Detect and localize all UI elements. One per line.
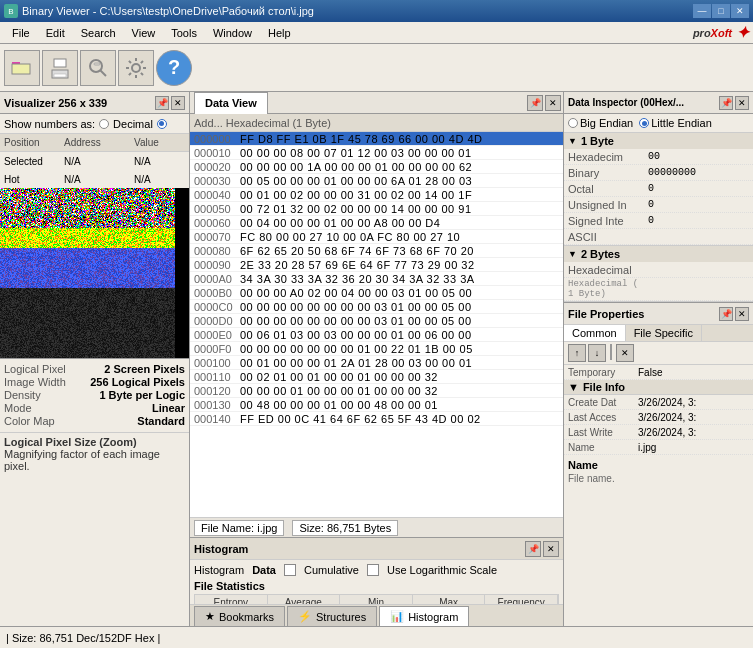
fp-toolbar: ↑ ↓ ✕ xyxy=(564,342,753,365)
temporary-label: Temporary xyxy=(568,367,638,378)
file-props-close-btn[interactable]: ✕ xyxy=(735,307,749,321)
menu-help[interactable]: Help xyxy=(260,25,299,41)
menu-edit[interactable]: Edit xyxy=(38,25,73,41)
big-endian-radio[interactable] xyxy=(568,118,578,128)
hex-data-row[interactable]: 0000F000 00 00 00 00 00 00 01 00 22 01 1… xyxy=(190,342,563,356)
title-bar: B Binary Viewer - C:\Users\testp\OneDriv… xyxy=(0,0,753,22)
ascii-label: ASCII xyxy=(568,231,648,243)
hex-data-row[interactable]: 00011000 02 01 00 01 00 00 01 00 00 00 3… xyxy=(190,370,563,384)
hex-data-row[interactable]: 00003000 05 00 00 00 01 00 00 00 6A 01 2… xyxy=(190,174,563,188)
name-row: Name i.jpg xyxy=(564,440,753,455)
close-button[interactable]: ✕ xyxy=(731,4,749,18)
hex-data-row[interactable]: 00010000 01 00 00 00 01 2A 01 28 00 03 0… xyxy=(190,356,563,370)
hex-data-row[interactable]: 00013000 48 00 00 00 01 00 00 48 00 00 0… xyxy=(190,398,563,412)
hot-label: Hot xyxy=(0,174,60,185)
decimal-radio[interactable] xyxy=(99,119,109,129)
hex-data-row[interactable]: 00012000 00 00 01 00 00 00 01 00 00 00 3… xyxy=(190,384,563,398)
hex-data-row[interactable]: 0000A034 3A 30 33 3A 32 36 20 30 34 3A 3… xyxy=(190,272,563,286)
hex-bytes: 34 3A 30 33 3A 32 36 20 30 34 3A 32 33 3… xyxy=(240,273,563,285)
name-description-section: Name File name. xyxy=(564,455,753,488)
visualizer-close-btn[interactable]: ✕ xyxy=(171,96,185,110)
hex-bytes: 00 06 01 03 00 03 00 00 00 01 00 06 00 0… xyxy=(240,329,563,341)
tab-bookmarks[interactable]: ★ Bookmarks xyxy=(194,606,285,626)
hex-table[interactable]: 000000FF D8 FF E1 0B 1F 45 78 69 66 00 0… xyxy=(190,132,563,517)
center-panel: Data View 📌 ✕ Add... Hexadecimal (1 Byte… xyxy=(190,92,563,626)
octal-value: 0 xyxy=(648,183,749,194)
two-byte-arrow: ▼ xyxy=(568,249,577,259)
menu-window[interactable]: Window xyxy=(205,25,260,41)
inspector-close-btn[interactable]: ✕ xyxy=(735,96,749,110)
hex-addr: 000060 xyxy=(190,217,240,229)
hex-data-row[interactable]: 00006000 04 00 00 00 01 00 00 A8 00 00 D… xyxy=(190,216,563,230)
hex-bytes: 2E 33 20 28 57 69 6E 64 6F 77 73 29 00 3… xyxy=(240,259,563,271)
maximize-button[interactable]: □ xyxy=(712,4,730,18)
menu-view[interactable]: View xyxy=(124,25,164,41)
menu-search[interactable]: Search xyxy=(73,25,124,41)
dv-close-btn[interactable]: ✕ xyxy=(545,95,561,111)
print-button[interactable] xyxy=(42,50,78,86)
two-byte-header[interactable]: ▼ 2 Bytes xyxy=(564,246,753,262)
hex-row-1b: Hexadecim 00 xyxy=(564,149,753,165)
minimize-button[interactable]: — xyxy=(693,4,711,18)
mode-label: Mode xyxy=(4,402,32,414)
write-date-value: 3/26/2024, 3: xyxy=(638,427,749,438)
visualizer-image[interactable] xyxy=(0,188,189,358)
dv-pin-btn[interactable]: 📌 xyxy=(527,95,543,111)
hex-data-row[interactable]: 0000C000 00 00 00 00 00 00 00 03 01 00 0… xyxy=(190,300,563,314)
unsigned-row: Unsigned In 0 xyxy=(564,197,753,213)
hex-data-row[interactable]: 0000D000 00 00 00 00 00 00 00 03 01 00 0… xyxy=(190,314,563,328)
file-props-pin-btn[interactable]: 📌 xyxy=(719,307,733,321)
tab-common[interactable]: Common xyxy=(564,325,626,341)
fp-up-btn[interactable]: ↑ xyxy=(568,344,586,362)
hex2-label: Hexadecimal xyxy=(568,264,648,276)
open-button[interactable] xyxy=(4,50,40,86)
structures-label: Structures xyxy=(316,611,366,623)
hex-data-row[interactable]: 0000E000 06 01 03 00 03 00 00 00 01 00 0… xyxy=(190,328,563,342)
visualizer-header: Visualizer 256 x 339 📌 ✕ xyxy=(0,92,189,114)
binary-row: Binary 00000000 xyxy=(564,165,753,181)
hex-data-row[interactable]: 00002000 00 00 00 1A 00 00 00 01 00 00 0… xyxy=(190,160,563,174)
hex-data-row[interactable]: 0000806F 62 65 20 50 68 6F 74 6F 73 68 6… xyxy=(190,244,563,258)
status-bar: | Size: 86,751 Dec/152DF Hex | xyxy=(0,626,753,648)
histogram-pin-btn[interactable]: 📌 xyxy=(525,541,541,557)
bookmarks-icon: ★ xyxy=(205,610,215,623)
cumulative-checkbox[interactable] xyxy=(284,564,296,576)
bottom-tabs-bar: ★ Bookmarks ⚡ Structures 📊 Histogram xyxy=(190,604,563,626)
log-scale-checkbox[interactable] xyxy=(367,564,379,576)
one-byte-header[interactable]: ▼ 1 Byte xyxy=(564,133,753,149)
right-panel: Data Inspector (00Hex/... 📌 ✕ Big Endian… xyxy=(563,92,753,626)
settings-button[interactable] xyxy=(118,50,154,86)
inspector-pin-btn[interactable]: 📌 xyxy=(719,96,733,110)
hex-data-row[interactable]: 00004000 01 00 02 00 00 00 31 00 02 00 1… xyxy=(190,188,563,202)
histogram-tab-label: Histogram xyxy=(408,611,458,623)
visualizer-pin-btn[interactable]: 📌 xyxy=(155,96,169,110)
file-info-header[interactable]: ▼ File Info xyxy=(564,380,753,395)
hex-data-row[interactable]: 0000902E 33 20 28 57 69 6E 64 6F 77 73 2… xyxy=(190,258,563,272)
one-byte-arrow: ▼ xyxy=(568,136,577,146)
histogram-close-btn[interactable]: ✕ xyxy=(543,541,559,557)
search-button[interactable] xyxy=(80,50,116,86)
hex-data-row[interactable]: 000000FF D8 FF E1 0B 1F 45 78 69 66 00 0… xyxy=(190,132,563,146)
tab-histogram[interactable]: 📊 Histogram xyxy=(379,606,469,626)
hex-data-row[interactable]: 000070FC 80 00 00 27 10 00 0A FC 80 00 2… xyxy=(190,230,563,244)
fp-down-btn[interactable]: ↓ xyxy=(588,344,606,362)
little-endian-radio[interactable] xyxy=(639,118,649,128)
hex-addr: 0000E0 xyxy=(190,329,240,341)
hex-addr: 000120 xyxy=(190,385,240,397)
filename-label: File Name: i.jpg xyxy=(201,522,277,534)
tab-structures[interactable]: ⚡ Structures xyxy=(287,606,377,626)
hex-data-row[interactable]: 00001000 00 00 08 00 07 01 12 00 03 00 0… xyxy=(190,146,563,160)
hex-data-row[interactable]: 000140FF ED 00 0C 41 64 6F 62 65 5F 43 4… xyxy=(190,412,563,426)
access-date-row: Last Acces 3/26/2024, 3: xyxy=(564,410,753,425)
menu-tools[interactable]: Tools xyxy=(163,25,205,41)
hex-data-row[interactable]: 00005000 72 01 32 00 02 00 00 00 14 00 0… xyxy=(190,202,563,216)
help-button[interactable]: ? xyxy=(156,50,192,86)
hex-addr: 0000A0 xyxy=(190,273,240,285)
hex-data-row[interactable]: 0000B000 00 00 A0 02 00 04 00 00 03 01 0… xyxy=(190,286,563,300)
hex-radio[interactable] xyxy=(157,119,167,129)
hex-row-2b-desc: Hexadecimal ( 1 Byte) xyxy=(564,278,753,301)
fp-filter-btn[interactable]: ✕ xyxy=(616,344,634,362)
data-view-tab[interactable]: Data View xyxy=(194,92,268,114)
tab-file-specific[interactable]: File Specific xyxy=(626,325,702,341)
menu-file[interactable]: File xyxy=(4,25,38,41)
